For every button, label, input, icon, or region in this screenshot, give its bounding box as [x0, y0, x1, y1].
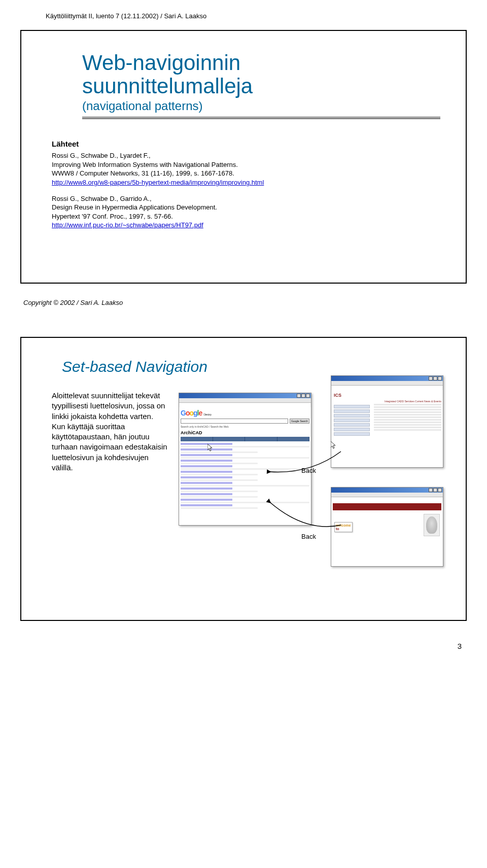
window-google-directory: Google Directory Google Search Search on…: [179, 393, 311, 526]
welcome-badge: welcome to: [334, 522, 353, 532]
main-title-line1: Web-navigoinnin: [82, 51, 440, 75]
slide-2: Set-based Navigation Aloittelevat suunni…: [20, 337, 467, 621]
window-close-icon: [306, 394, 310, 398]
reference-2: Rossi G., Schwabe D., Garrido A., Design…: [52, 194, 440, 230]
slide-1: Web-navigoinnin suunnittelumalleja (navi…: [20, 30, 467, 284]
figure-area: Google Directory Google Search Search on…: [179, 391, 440, 583]
back-label-2: Back: [301, 533, 316, 540]
google-search-button[interactable]: Google Search: [290, 419, 309, 424]
ics-main: [374, 404, 441, 431]
sources-heading: Lähteet: [52, 140, 440, 148]
cursor-icon: [331, 441, 337, 449]
slide2-paragraph: Aloittelevat suunnittelijat tekevät tyyp…: [52, 391, 168, 473]
window-min-icon: [297, 394, 301, 398]
google-search-input[interactable]: [181, 419, 288, 424]
reference-1: Rossi G., Schwabe D., Lyardet F., Improv…: [52, 151, 440, 187]
google-category-heading: ArchiCAD: [181, 430, 309, 435]
copyright-line: Copyright © 2002 / Sari A. Laakso: [23, 299, 467, 306]
window-titlebar: [331, 488, 443, 493]
title-underline: [82, 116, 440, 119]
ics-sidebar: [333, 404, 371, 437]
window-ics: ICS Integrated CADD Services Current New…: [331, 375, 443, 468]
google-search-hint: Search only in ArchiCAD / Search the Web: [181, 425, 309, 428]
slide2-title: Set-based Navigation: [62, 358, 440, 375]
main-subtitle: (navigational patterns): [82, 99, 440, 113]
page-number: 3: [458, 642, 462, 650]
reference-1-link[interactable]: http://www8.org/w8-papers/5b-hypertext-m…: [52, 179, 264, 186]
cursor-icon: [207, 444, 214, 452]
product-image: [424, 514, 440, 536]
back-label-1: Back: [301, 467, 316, 474]
google-directory-label: Directory: [203, 413, 211, 416]
google-logo: Google Directory: [181, 409, 309, 417]
window-titlebar: [179, 393, 311, 398]
ics-headline: Integrated CADD Services Current News & …: [333, 400, 441, 403]
main-title-line2: suunnittelumalleja: [82, 75, 440, 98]
window-titlebar: [331, 376, 443, 381]
ics-logo: ICS: [334, 393, 341, 398]
window-objects-online: welcome to: [331, 487, 443, 567]
reference-2-link[interactable]: http://www.inf.puc-rio.br/~schwabe/paper…: [52, 221, 203, 229]
reference-2-text: Rossi G., Schwabe D., Garrido A., Design…: [52, 195, 217, 220]
title-block: Web-navigoinnin suunnittelumalleja (navi…: [82, 51, 440, 119]
page-header: Käyttöliittymät II, luento 7 (12.11.2002…: [20, 10, 467, 25]
objects-banner: [333, 503, 441, 510]
reference-1-text: Rossi G., Schwabe D., Lyardet F., Improv…: [52, 152, 238, 177]
window-max-icon: [301, 394, 305, 398]
